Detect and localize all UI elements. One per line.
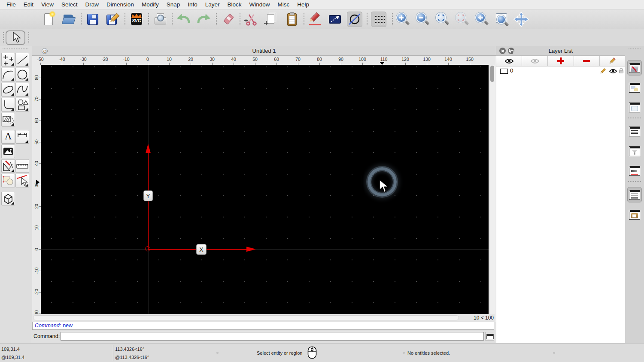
save-as-button[interactable] <box>105 12 120 27</box>
menu-item-draw[interactable]: Draw <box>82 0 103 9</box>
menu-item-edit[interactable]: Edit <box>20 0 37 9</box>
tool-circles-button[interactable] <box>15 68 29 81</box>
print-preview-button[interactable] <box>152 12 168 27</box>
restrict-nothing-button[interactable] <box>347 12 362 27</box>
h-ruler-label: 60 <box>274 57 279 62</box>
menu-item-select[interactable]: Select <box>58 0 82 9</box>
layer-visibility-eye-icon[interactable] <box>609 69 617 74</box>
pen-attributes-button[interactable] <box>307 12 323 27</box>
paste-button[interactable] <box>284 12 299 27</box>
h-ruler-label: 80 <box>317 57 322 62</box>
horizontal-scrollbar-thumb[interactable] <box>33 315 459 320</box>
copy-button[interactable] <box>264 12 279 27</box>
show-all-layers-button[interactable] <box>496 56 522 66</box>
new-file-button[interactable] <box>41 12 56 27</box>
vertical-scrollbar-thumb[interactable] <box>490 66 494 82</box>
tool-dimensions-button[interactable] <box>15 130 29 144</box>
dock-library-browser-button[interactable] <box>627 100 642 115</box>
h-ruler-label: 90 <box>338 57 343 62</box>
delete-button[interactable] <box>220 12 236 27</box>
drag-handle[interactable] <box>28 32 29 43</box>
tool-arcs-button[interactable] <box>1 68 15 81</box>
menu-item-info[interactable]: Info <box>184 0 201 9</box>
open-file-button[interactable] <box>61 12 76 27</box>
add-layer-button[interactable] <box>548 56 574 66</box>
modify-layer-button[interactable] <box>600 56 625 66</box>
menu-item-modify[interactable]: Modify <box>138 0 163 9</box>
red-brackets-glyph <box>458 15 464 21</box>
dock-selection-filter-button[interactable] <box>627 143 642 159</box>
y-axis-arrowhead <box>146 144 151 153</box>
h-ruler-label: -20 <box>101 57 108 62</box>
hide-all-layers-button[interactable] <box>522 56 548 66</box>
dock-entity-list-button[interactable] <box>627 124 642 139</box>
save-button[interactable] <box>85 12 100 27</box>
open-folder-front <box>62 17 76 24</box>
plus-icon <box>557 57 564 64</box>
metagrid-line <box>41 249 489 250</box>
tool-select-button[interactable] <box>1 174 15 187</box>
menu-item-dimension[interactable]: Dimension <box>103 0 138 9</box>
snap-grid-button[interactable] <box>371 12 386 27</box>
tool-measure-button[interactable] <box>15 159 29 173</box>
tool-text-button[interactable]: A <box>1 130 15 144</box>
redo-button[interactable] <box>196 12 211 27</box>
tool-lines-button[interactable] <box>15 53 29 66</box>
menu-item-misc[interactable]: Misc <box>274 0 294 9</box>
dock-block-list-button[interactable] <box>627 80 642 95</box>
red-underline <box>309 24 321 25</box>
menu-item-window[interactable]: Window <box>246 0 274 9</box>
menu-item-block[interactable]: Block <box>224 0 246 9</box>
command-input[interactable] <box>61 332 484 341</box>
line-icon <box>16 53 29 66</box>
zoom-auto-button[interactable] <box>434 12 450 27</box>
tool-deselect-button[interactable] <box>15 174 29 187</box>
tool-shapes-button[interactable] <box>15 98 29 112</box>
zoom-out-button[interactable] <box>415 12 430 27</box>
layer-row[interactable]: 0 <box>496 66 625 75</box>
zoom-selection-button[interactable] <box>454 12 470 27</box>
left-arrow-glyph <box>477 15 483 21</box>
tool-hatch-button[interactable] <box>1 113 15 127</box>
draw-order-button[interactable] <box>327 12 343 27</box>
select-tool-button[interactable] <box>6 30 25 45</box>
menu-item-layer[interactable]: Layer <box>201 0 224 9</box>
vertical-scrollbar[interactable] <box>489 65 495 314</box>
canvas[interactable]: Y X <box>41 65 489 314</box>
undo-button[interactable] <box>176 12 191 27</box>
drag-handle[interactable] <box>3 32 4 43</box>
menu-item-file[interactable]: File <box>3 0 20 9</box>
tool-polylines-button[interactable] <box>1 98 15 112</box>
tool-solids-button[interactable] <box>1 192 15 205</box>
menu-item-snap[interactable]: Snap <box>163 0 184 9</box>
x-axis-label: X <box>196 244 207 255</box>
dock-layer-list-button[interactable] <box>627 60 642 75</box>
layer-edit-pencil-icon[interactable] <box>599 68 606 75</box>
dock-command-line-button[interactable] <box>627 187 642 202</box>
dock-clipboard-button[interactable] <box>627 207 642 222</box>
zoom-window-button[interactable] <box>494 12 509 27</box>
tool-modify-button[interactable] <box>1 159 15 173</box>
zoom-previous-button[interactable] <box>474 12 489 27</box>
svg-export-icon: SVG <box>131 13 142 25</box>
horizontal-scrollbar[interactable]: 10 < 100 <box>32 314 495 322</box>
zoom-in-button[interactable] <box>395 12 410 27</box>
minus-icon <box>583 57 590 64</box>
clipboard-icon <box>287 13 297 26</box>
cut-button[interactable] <box>243 12 259 27</box>
command-window-toggle-button[interactable] <box>485 332 494 341</box>
tool-ellipses-button[interactable] <box>1 83 15 97</box>
tool-splines-button[interactable] <box>15 83 29 97</box>
deselect-icon <box>16 174 29 187</box>
export-svg-button[interactable]: SVG <box>129 12 144 27</box>
zoom-previous-icon <box>476 13 485 22</box>
remove-layer-button[interactable] <box>574 56 600 66</box>
layer-lock-icon[interactable] <box>619 68 624 74</box>
dock-pen-palette-button[interactable] <box>627 163 642 178</box>
tool-points-button[interactable] <box>1 53 15 66</box>
menu-item-help[interactable]: Help <box>293 0 313 9</box>
zoom-pan-button[interactable] <box>513 12 529 27</box>
h-ruler-label: 70 <box>295 57 301 62</box>
menu-item-view[interactable]: View <box>37 0 58 9</box>
tool-image-button[interactable] <box>1 145 15 158</box>
